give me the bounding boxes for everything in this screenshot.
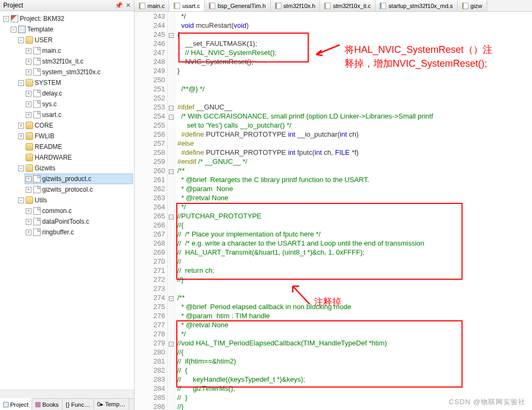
folder-icon xyxy=(26,79,33,86)
folder-icon xyxy=(26,36,33,44)
file-icon xyxy=(33,175,41,183)
file-tab-label: bsp_GeneralTim.h xyxy=(217,3,265,9)
fold-toggle[interactable]: − xyxy=(169,215,174,219)
file-icon xyxy=(33,111,41,119)
file-icon xyxy=(33,207,41,215)
folder-icon xyxy=(26,164,33,172)
code-area[interactable]: 2432442452462472482492502512522532542552… xyxy=(135,12,532,410)
tree-core-folder[interactable]: +CORE xyxy=(17,120,133,131)
tree-template[interactable]: −Template xyxy=(10,24,133,35)
file-tab-label: gizw xyxy=(471,3,482,9)
fold-toggle[interactable]: − xyxy=(169,169,174,174)
tree-file[interactable]: +ringbuffer.c xyxy=(25,227,133,238)
tree-user-folder[interactable]: −USER xyxy=(17,35,133,45)
line-gutter: 2432442452462472482492502512522532542552… xyxy=(135,12,168,410)
file-type-icon xyxy=(324,3,331,9)
tab-templates[interactable]: 0▸ Temp… xyxy=(94,399,129,410)
tree-file[interactable]: +main.c xyxy=(25,45,133,56)
panel-title: Project xyxy=(3,2,23,9)
fold-toggle[interactable]: − xyxy=(169,296,174,301)
folder-icon xyxy=(26,132,33,140)
arrow-icon xyxy=(313,44,341,58)
panel-header: Project 📌 ✕ xyxy=(0,0,134,11)
books-icon xyxy=(35,402,41,407)
file-tab[interactable]: stm32f10x_it.c xyxy=(320,0,375,11)
file-icon xyxy=(33,47,41,54)
fold-gutter[interactable]: −−−−−−− xyxy=(168,12,175,410)
project-tree[interactable]: −Project: BKM32 −Template −USER +main.c … xyxy=(0,11,134,390)
fold-toggle[interactable]: − xyxy=(169,342,174,346)
tree-utils-folder[interactable]: −Utils xyxy=(17,195,133,206)
tree-readme-folder[interactable]: README xyxy=(17,141,133,152)
file-tab[interactable]: usart.c xyxy=(169,0,205,12)
file-type-icon xyxy=(275,3,281,9)
file-tab-label: main.c xyxy=(147,3,165,9)
file-icon xyxy=(33,228,41,236)
file-tab[interactable]: main.c xyxy=(135,0,169,11)
tree-file[interactable]: +sys.c xyxy=(25,99,133,109)
file-icon xyxy=(33,90,41,97)
project-sidebar: Project 📌 ✕ −Project: BKM32 −Template −U… xyxy=(0,0,135,410)
target-icon xyxy=(18,26,26,33)
project-icon xyxy=(3,402,9,407)
tree-gizwits-folder[interactable]: −Gizwits xyxy=(17,163,133,174)
tree-system-folder[interactable]: −SYSTEM xyxy=(17,77,133,88)
tree-file[interactable]: +stm32f10x_it.c xyxy=(25,56,133,67)
fold-toggle[interactable]: − xyxy=(169,33,174,38)
file-icon xyxy=(33,218,41,225)
pin-icon[interactable]: 📌 xyxy=(115,2,123,9)
file-tab-label: stm32f10x.h xyxy=(284,3,316,9)
close-icon[interactable]: ✕ xyxy=(126,2,131,9)
workspace-icon xyxy=(11,15,18,22)
folder-icon xyxy=(26,196,33,204)
file-type-icon xyxy=(380,3,386,9)
file-tab[interactable]: gizw xyxy=(458,0,487,11)
file-tab[interactable]: stm32f10x.h xyxy=(271,0,320,11)
annotation-text-2: 注释掉 xyxy=(314,296,341,308)
file-tab[interactable]: bsp_GeneralTim.h xyxy=(205,0,270,11)
tab-project[interactable]: Project xyxy=(0,398,32,410)
tree-fwlib-folder[interactable]: +FWLIB xyxy=(17,131,133,141)
watermark: CSDN @物联网实验社 xyxy=(449,397,526,407)
tree-hardware-folder[interactable]: HARDWARE xyxy=(17,152,133,163)
folder-icon xyxy=(26,143,33,151)
file-type-icon xyxy=(462,3,468,9)
file-tabs: main.cusart.cbsp_GeneralTim.hstm32f10x.h… xyxy=(135,0,532,12)
file-icon xyxy=(33,68,41,76)
code-content[interactable]: */ void mcuRestart(void){ __set_FAULTMAS… xyxy=(175,12,532,410)
file-icon xyxy=(33,58,41,65)
tab-books[interactable]: Books xyxy=(32,399,62,410)
file-tab-label: stm32f10x_it.c xyxy=(333,3,371,9)
file-icon xyxy=(33,186,41,193)
fold-toggle[interactable]: − xyxy=(169,115,174,120)
fold-toggle[interactable]: − xyxy=(169,106,174,111)
arrow-icon xyxy=(288,283,312,306)
tree-root[interactable]: −Project: BKM32 xyxy=(2,13,133,24)
file-type-icon xyxy=(209,3,215,9)
sidebar-tabs: Project Books {} Func… 0▸ Temp… xyxy=(0,398,134,410)
tree-file[interactable]: +usart.c xyxy=(25,109,133,120)
file-type-icon xyxy=(139,3,145,9)
tree-file[interactable]: +delay.c xyxy=(25,88,133,99)
folder-icon xyxy=(26,154,33,161)
file-tab[interactable]: startup_stm32f10x_md.s xyxy=(375,0,457,11)
file-tab-label: startup_stm32f10x_md.s xyxy=(388,3,452,9)
tree-file[interactable]: +system_stm32f10x.c xyxy=(25,67,133,77)
tree-file[interactable]: +common.c xyxy=(25,206,133,216)
tab-functions[interactable]: {} Func… xyxy=(62,399,94,410)
annotation-text-1: 将HAL_NVIC_SystemReset（）注 释掉，增加NVIC_Syste… xyxy=(345,43,492,70)
file-type-icon xyxy=(174,3,180,9)
folder-icon xyxy=(26,122,33,129)
file-tab-label: usart.c xyxy=(182,3,200,9)
tree-file-selected[interactable]: +gizwits_product.c xyxy=(25,174,133,184)
tree-file[interactable]: +dataPointTools.c xyxy=(25,216,133,227)
tree-file[interactable]: +gizwits_protocol.c xyxy=(25,184,133,195)
file-icon xyxy=(33,100,41,108)
sidebar-hscroll[interactable] xyxy=(0,390,134,398)
